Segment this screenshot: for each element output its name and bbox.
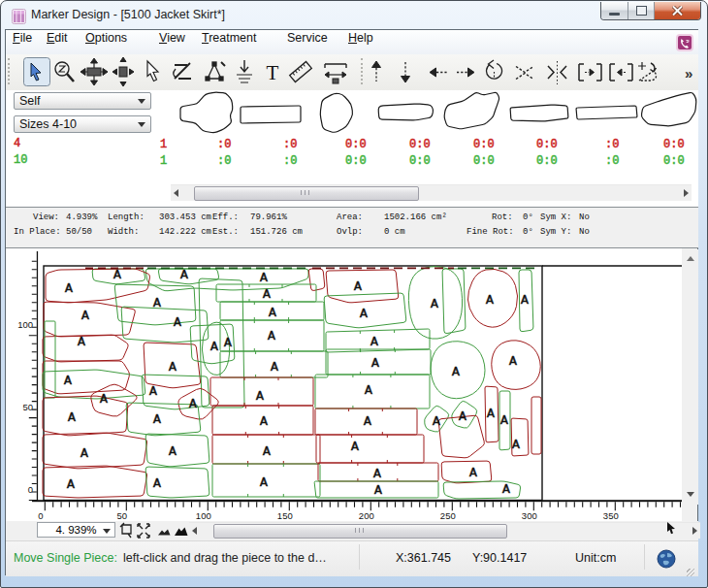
svg-text:0: 0 — [38, 510, 43, 521]
svg-text:A: A — [210, 340, 218, 354]
svg-text:A: A — [500, 413, 508, 428]
svg-text:A: A — [80, 446, 88, 461]
svg-text:A: A — [153, 476, 161, 491]
svg-text:A: A — [174, 315, 181, 330]
svg-text:A: A — [189, 397, 197, 411]
svg-text:A: A — [78, 335, 85, 349]
svg-text:A: A — [469, 466, 477, 480]
svg-text:A: A — [153, 296, 161, 310]
svg-text:A: A — [65, 281, 73, 296]
svg-text:A: A — [263, 287, 271, 302]
svg-text:A: A — [68, 410, 76, 425]
svg-text:»: » — [685, 65, 692, 82]
svg-text:A: A — [169, 444, 177, 459]
svg-text:250: 250 — [440, 510, 456, 521]
svg-text:A: A — [67, 477, 75, 492]
svg-text:A: A — [487, 407, 495, 421]
svg-text:A: A — [365, 383, 372, 398]
svg-text:100: 100 — [196, 510, 211, 521]
svg-text:T: T — [267, 61, 279, 84]
svg-text:A: A — [509, 354, 517, 369]
svg-text:A: A — [486, 293, 494, 308]
svg-text:A: A — [149, 384, 157, 399]
svg-text:100: 100 — [17, 319, 33, 330]
svg-text:A: A — [263, 444, 271, 459]
svg-text:A: A — [260, 475, 268, 490]
svg-text:A: A — [370, 335, 378, 349]
svg-text:A: A — [169, 360, 177, 375]
svg-text:A: A — [260, 414, 268, 429]
svg-text:A: A — [64, 374, 72, 388]
svg-text:200: 200 — [359, 510, 374, 521]
svg-text:A: A — [371, 356, 379, 371]
svg-text:A: A — [260, 271, 268, 285]
svg-text:A: A — [180, 268, 188, 282]
svg-text:A: A — [271, 360, 278, 375]
svg-text:A: A — [431, 297, 438, 311]
svg-text:A: A — [364, 414, 371, 429]
svg-text:A: A — [502, 482, 510, 497]
svg-text:A: A — [113, 268, 121, 282]
svg-text:A: A — [153, 412, 161, 427]
svg-text:50: 50 — [117, 510, 128, 521]
svg-text:A: A — [256, 389, 264, 404]
svg-text:A: A — [354, 279, 362, 294]
svg-text:A: A — [373, 467, 381, 481]
svg-text:A: A — [433, 414, 440, 429]
svg-text:A: A — [512, 438, 520, 452]
svg-text:A: A — [452, 365, 460, 379]
svg-text:A: A — [521, 293, 529, 308]
svg-text:300: 300 — [522, 510, 537, 521]
svg-text:A: A — [81, 309, 89, 323]
svg-text:0: 0 — [28, 484, 33, 495]
svg-text:A: A — [100, 392, 108, 407]
svg-text:350: 350 — [603, 510, 619, 521]
svg-text:A: A — [268, 329, 275, 343]
svg-text:A: A — [224, 336, 232, 350]
svg-text:A: A — [351, 440, 359, 454]
svg-text:A: A — [374, 483, 382, 498]
svg-text:50: 50 — [22, 402, 33, 412]
svg-text:A: A — [360, 307, 368, 321]
svg-text:A: A — [269, 306, 276, 320]
svg-text:150: 150 — [277, 510, 293, 521]
svg-text:A: A — [459, 409, 467, 424]
